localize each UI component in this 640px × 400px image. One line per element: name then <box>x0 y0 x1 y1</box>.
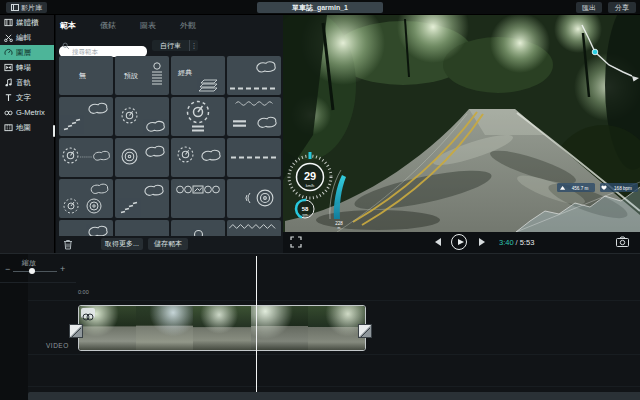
template-tile[interactable] <box>115 138 169 177</box>
sidebar-resize-handle[interactable] <box>53 125 55 137</box>
next-frame-button[interactable] <box>479 238 485 246</box>
category-menu-icon[interactable]: ⋮ <box>189 40 198 51</box>
templates-panel: 範本 儀錶 圖表 外觀 自行車 ⋮ 無 預設 經典 <box>56 15 283 253</box>
zigzag-icon <box>229 222 279 231</box>
zoom-in-button[interactable]: + <box>60 264 65 274</box>
sidebar-item-label: 文字 <box>16 93 31 103</box>
project-title-field[interactable]: 單車誌_garmin_1 <box>257 2 383 13</box>
template-tile[interactable] <box>227 179 281 218</box>
track-icon <box>255 59 277 73</box>
track-icon <box>92 149 111 161</box>
trash-icon[interactable] <box>63 239 73 250</box>
template-tile[interactable] <box>227 97 281 136</box>
speed-unit: km/h <box>306 183 315 188</box>
gauge-overlay-icon <box>81 312 95 322</box>
library-button[interactable]: 影片庫 <box>6 2 47 13</box>
steps-icon <box>63 117 81 132</box>
category-dropdown[interactable]: 自行車 ⋮ <box>152 40 198 51</box>
sidebar-item-label: 編輯 <box>16 33 31 43</box>
fullscreen-icon[interactable] <box>290 236 302 248</box>
snapshot-camera-icon[interactable] <box>616 236 629 247</box>
altitude-badge: 456.7 m <box>557 183 595 192</box>
track-icon <box>256 115 278 128</box>
sidebar-item-text[interactable]: 文字 <box>0 90 54 105</box>
template-tile[interactable] <box>59 97 113 136</box>
sidebar-item-music[interactable]: 音軌 <box>0 75 54 90</box>
filmstrip-icon <box>11 4 19 11</box>
template-tile[interactable] <box>59 179 113 218</box>
save-template-button[interactable]: 儲存範本 <box>148 238 188 250</box>
gauge-icon <box>121 107 138 124</box>
track-divider <box>28 386 640 387</box>
video-clip[interactable] <box>78 305 366 351</box>
track-icon <box>145 119 166 132</box>
sidebar-item-transitions[interactable]: 轉場 <box>0 60 54 75</box>
zoom-out-button[interactable]: − <box>5 264 10 274</box>
previous-frame-button[interactable] <box>435 238 441 246</box>
transition-handle-left[interactable] <box>69 324 83 338</box>
disc-gauge-icon <box>86 198 102 214</box>
sidebar-item-gauges[interactable]: 圖層 <box>0 45 54 60</box>
clip-gauge-badge[interactable] <box>81 308 95 318</box>
total-duration: 5:53 <box>520 238 535 247</box>
sidebar-item-media-library[interactable]: 媒體櫃 <box>0 15 54 30</box>
panel-actions: 取得更多... 儲存範本 <box>56 236 283 253</box>
tab-templates[interactable]: 範本 <box>60 20 76 31</box>
transition-icon <box>4 63 13 72</box>
sidebar-item-map[interactable]: 地圖 <box>0 120 54 135</box>
template-tile-none[interactable]: 無 <box>59 56 113 95</box>
scissors-icon <box>4 33 13 42</box>
transition-diagonal-icon <box>70 327 82 339</box>
zoom-slider-knob[interactable] <box>29 268 35 274</box>
bars-icon <box>233 119 246 128</box>
transition-diagonal-icon <box>359 327 371 339</box>
video-preview[interactable]: 29 km/h 58 rpm 228 m 456.7 m <box>283 15 640 232</box>
search-icon <box>62 42 70 50</box>
template-tile[interactable] <box>59 138 113 177</box>
play-button[interactable] <box>451 234 467 250</box>
tab-gauges[interactable]: 儀錶 <box>100 20 116 31</box>
share-button[interactable]: 分享 <box>608 2 636 13</box>
get-more-button[interactable]: 取得更多... <box>101 238 143 250</box>
gauges-row-icon <box>176 184 220 195</box>
sidebar-item-edit[interactable]: 編輯 <box>0 30 54 45</box>
timeline-corner <box>0 254 28 400</box>
template-tile[interactable] <box>227 56 281 95</box>
timeline-scrollbar[interactable] <box>28 392 640 400</box>
template-tile[interactable] <box>115 220 169 236</box>
bars-icon <box>192 124 204 133</box>
play-icon <box>458 239 464 245</box>
template-tile[interactable] <box>171 138 225 177</box>
template-tile[interactable] <box>115 97 169 136</box>
tab-appearance[interactable]: 外觀 <box>180 20 196 31</box>
template-tile-classic[interactable]: 經典 <box>171 56 225 95</box>
template-tile[interactable] <box>227 220 281 236</box>
dashed-line-icon <box>231 155 277 160</box>
wave-icon <box>229 100 279 107</box>
playhead[interactable] <box>256 256 257 392</box>
gauge-icon <box>62 147 79 164</box>
steps-icon <box>120 200 138 215</box>
text-icon <box>4 93 13 102</box>
template-label: 無 <box>79 71 86 81</box>
transition-handle-right[interactable] <box>358 324 372 338</box>
template-tile[interactable] <box>59 220 113 236</box>
template-tile[interactable] <box>171 220 225 236</box>
gauge-icon <box>4 48 13 57</box>
virb-edit-app: 影片庫 單車誌_garmin_1 匯出 分享 媒體櫃 編輯 圖層 轉場 音軌 文… <box>0 0 640 400</box>
clip-thumbnail <box>136 306 193 350</box>
export-button[interactable]: 匯出 <box>576 2 602 13</box>
sidebar-item-label: 音軌 <box>16 78 31 88</box>
sidebar-item-gmetrix[interactable]: G-Metrix <box>0 105 54 120</box>
template-tile[interactable] <box>227 138 281 177</box>
template-tile[interactable] <box>115 179 169 218</box>
sidebar: 媒體櫃 編輯 圖層 轉場 音軌 文字 G-Metrix 地圖 <box>0 15 55 253</box>
template-tile-default[interactable]: 預設 <box>115 56 169 95</box>
tab-charts[interactable]: 圖表 <box>140 20 156 31</box>
zoom-slider-track[interactable] <box>13 271 57 272</box>
cadence-value: 58 <box>302 206 309 212</box>
template-tile[interactable] <box>171 97 225 136</box>
disc-gauge-icon <box>121 148 138 165</box>
template-tile[interactable] <box>171 179 225 218</box>
library-button-label: 影片庫 <box>21 4 42 11</box>
